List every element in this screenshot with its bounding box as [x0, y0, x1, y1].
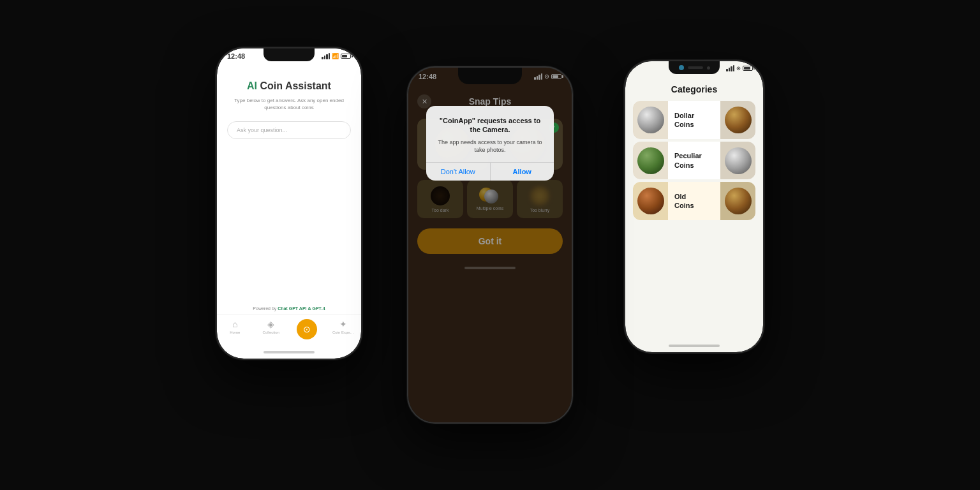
nav-camera[interactable]: ⊙ — [289, 319, 325, 341]
dialog-buttons: Don't Allow Allow — [426, 162, 554, 181]
dollar-right-img — [720, 101, 755, 139]
nav-collection[interactable]: ◈ Collection — [253, 319, 290, 341]
left-status-icons: 📶 — [322, 53, 351, 59]
peculiar-coin-right — [725, 147, 752, 174]
powered-by: Powered by Chat GPT API & GPT-4 — [217, 306, 361, 315]
peculiar-left-img — [633, 142, 668, 180]
coin-assistant-label: Coin Assistant — [260, 80, 331, 91]
phones-container: 12:48 📶 AI — [267, 28, 713, 462]
right-status-icons: ⊙ — [726, 65, 753, 71]
ai-subtitle: Type below to get answers. Ask any open … — [227, 97, 351, 111]
coin-expert-label: Coin Expe… — [332, 330, 354, 334]
question-input[interactable]: Ask your question... — [227, 121, 351, 139]
categories-header: Categories — [625, 79, 763, 98]
home-label: Home — [230, 330, 240, 334]
nav-coin-expert[interactable]: ✦ Coin Expe… — [325, 319, 362, 341]
collection-icon: ◈ — [267, 319, 274, 329]
dollar-coin-right — [725, 107, 752, 133]
powered-by-link: Chat GPT API & GPT-4 — [278, 306, 325, 311]
peculiar-coin-left — [637, 147, 664, 174]
dollar-coins-name: DollarCoins — [668, 111, 720, 130]
peculiar-coins-name: PeculiarCoins — [668, 151, 720, 170]
old-coin-left — [637, 188, 664, 214]
nav-home[interactable]: ⌂ Home — [217, 319, 253, 341]
home-indicator-left — [264, 351, 315, 353]
old-left-img — [633, 182, 668, 220]
collection-label: Collection — [263, 330, 279, 334]
peculiar-right-img — [720, 142, 755, 180]
old-coins-name: OldCoins — [668, 192, 720, 211]
category-row-old[interactable]: OldCoins — [633, 182, 755, 220]
camera-icon[interactable]: ⊙ — [297, 319, 317, 339]
dollar-left-img — [633, 101, 668, 139]
phone-right: ⊙ Categories DollarCoins — [624, 60, 764, 353]
phone-left: 12:48 📶 AI — [216, 47, 362, 360]
categories-list: DollarCoins PeculiarCoins — [625, 98, 763, 223]
bottom-nav: ⌂ Home ◈ Collection ⊙ ✦ Coin Expe… — [217, 315, 361, 348]
ai-label: AI — [247, 80, 257, 91]
phone-center: 12:48 ⊙ ✕ Snap Tips — [407, 66, 573, 424]
dialog-message: The app needs access to your camera to t… — [436, 138, 544, 154]
camera-permission-overlay: "CoinApp" requests access to the Camera.… — [408, 68, 572, 422]
dialog-title: "CoinApp" requests access to the Camera. — [436, 116, 544, 135]
old-coin-right — [725, 188, 752, 214]
ai-title: AI Coin Assistant — [247, 80, 331, 92]
dollar-coin-left — [637, 107, 664, 133]
home-indicator-right — [669, 345, 720, 347]
permission-dialog: "CoinApp" requests access to the Camera.… — [426, 106, 554, 181]
dont-allow-button[interactable]: Don't Allow — [426, 163, 491, 181]
old-right-img — [720, 182, 755, 220]
home-icon: ⌂ — [232, 319, 237, 329]
coin-expert-icon: ✦ — [339, 319, 347, 329]
left-time: 12:48 — [227, 52, 245, 60]
category-row-dollar[interactable]: DollarCoins — [633, 101, 755, 139]
allow-button[interactable]: Allow — [491, 163, 554, 181]
category-row-peculiar[interactable]: PeculiarCoins — [633, 142, 755, 180]
